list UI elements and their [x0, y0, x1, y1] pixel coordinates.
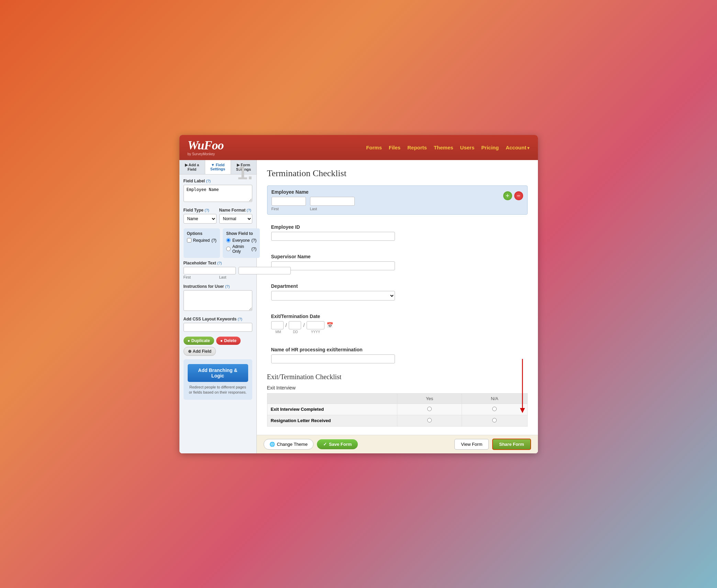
calendar-icon[interactable]: 📅: [327, 322, 333, 328]
content-area: ▶ Add a Field ▼ Field Settings ▶ Form Se…: [179, 160, 538, 453]
save-check-icon: ✓: [323, 442, 327, 447]
field-controls: + −: [503, 191, 523, 200]
form-preview: Termination Checklist Employee Name Firs…: [257, 160, 538, 435]
view-form-button[interactable]: View Form: [454, 439, 489, 450]
panel-content: 1. Field Label (?) Employee Name Field T…: [179, 174, 256, 453]
field-type-group: Field Type (?) NameTextEmailNumberDate: [184, 208, 217, 224]
right-panel: Termination Checklist Employee Name Firs…: [257, 160, 538, 453]
placeholder-last-input[interactable]: [239, 267, 291, 274]
field-label-help[interactable]: (?): [206, 179, 211, 183]
placeholder-help[interactable]: (?): [217, 261, 222, 265]
form-field-exit-date: Exit/Termination Date / / 📅 MM DD YYYY: [267, 310, 528, 337]
main-container: WuFoo by SurveyMonkey Forms Files Report…: [179, 135, 538, 453]
table-row: Exit Interview Completed: [267, 404, 527, 415]
placeholder-first-input[interactable]: [184, 267, 236, 274]
name-format-select[interactable]: NormalSimpleExtended: [219, 214, 252, 224]
add-icon: ⊕: [188, 349, 191, 354]
date-row: / / 📅: [271, 321, 523, 329]
placeholder-label: Placeholder Text (?): [184, 261, 252, 265]
required-help[interactable]: (?): [211, 238, 217, 243]
name-inputs: First Last: [272, 197, 503, 211]
exit-date-label: Exit/Termination Date: [271, 314, 523, 319]
instructions-group: Instructions for User (?): [184, 284, 252, 312]
date-labels: MM DD YYYY: [271, 330, 523, 334]
options-title: Options: [187, 231, 217, 236]
field-type-select[interactable]: NameTextEmailNumberDate: [184, 214, 217, 224]
field-label-heading: Field Label (?): [184, 179, 252, 183]
row-yes-radio-1[interactable]: [427, 418, 432, 422]
name-format-group: Name Format (?) NormalSimpleExtended: [219, 208, 252, 224]
header: WuFoo by SurveyMonkey Forms Files Report…: [179, 135, 538, 160]
form-field-supervisor-name: Supervisor Name: [267, 250, 528, 274]
branching-button[interactable]: Add Branching & Logic: [188, 364, 248, 382]
checklist-title: Exit/Termination Checklist: [267, 373, 528, 381]
save-form-button[interactable]: ✓ Save Form: [317, 439, 358, 449]
duplicate-button[interactable]: ● Duplicate: [184, 337, 214, 345]
nav-pricing[interactable]: Pricing: [481, 145, 499, 150]
left-panel: ▶ Add a Field ▼ Field Settings ▶ Form Se…: [179, 160, 257, 453]
checklist-subsection: Exit Interview: [267, 385, 528, 391]
checklist-col-label: [267, 393, 397, 404]
logo: WuFoo: [188, 139, 224, 151]
options-box: Options Required (?): [184, 228, 220, 258]
row-yes-1: [397, 415, 462, 426]
share-form-button[interactable]: Share Form: [492, 439, 531, 450]
nav-files[interactable]: Files: [389, 145, 400, 150]
required-checkbox[interactable]: [187, 238, 191, 242]
employee-id-input[interactable]: [271, 232, 395, 241]
field-label-input[interactable]: Employee Name: [184, 185, 252, 202]
remove-field-ctrl-button[interactable]: −: [514, 191, 523, 200]
row-yes-radio-0[interactable]: [427, 407, 432, 411]
bottom-bar: 🌐 Change Theme ✓ Save Form View Form Sha…: [257, 435, 538, 453]
first-name-input[interactable]: [272, 197, 306, 206]
everyone-help[interactable]: (?): [252, 238, 257, 243]
instructions-help[interactable]: (?): [225, 284, 230, 289]
add-field-button[interactable]: ⊕ Add Field: [184, 347, 216, 356]
last-name-input[interactable]: [310, 197, 355, 206]
checklist-col-na: N/A: [462, 393, 527, 404]
first-name-group: First: [272, 197, 306, 211]
nav-themes[interactable]: Themes: [434, 145, 453, 150]
css-layout-help[interactable]: (?): [238, 317, 242, 321]
row-na-radio-0[interactable]: [492, 407, 497, 411]
nav-account[interactable]: Account: [506, 145, 529, 150]
department-select[interactable]: [271, 291, 395, 301]
css-layout-label: Add CSS Layout Keywords (?): [184, 317, 252, 321]
plus-icon: ●: [188, 338, 190, 343]
nav-users[interactable]: Users: [460, 145, 475, 150]
field-type-help[interactable]: (?): [205, 208, 209, 212]
row-na-0: [462, 404, 527, 415]
row-na-radio-1[interactable]: [492, 418, 497, 422]
main-nav: Forms Files Reports Themes Users Pricing…: [366, 145, 529, 150]
hr-name-label: Name of HR processing exit/termination: [271, 347, 523, 352]
employee-id-label: Employee ID: [271, 224, 523, 230]
name-format-help[interactable]: (?): [247, 208, 251, 212]
date-yyyy-input[interactable]: [307, 321, 324, 329]
add-field-ctrl-button[interactable]: +: [503, 191, 512, 200]
action-buttons: ● Duplicate ● Delete ⊕ Add Field: [184, 337, 252, 356]
form-field-employee-name: Employee Name First Last: [267, 185, 528, 215]
css-layout-group: Add CSS Layout Keywords (?): [184, 317, 252, 332]
delete-button[interactable]: ● Delete: [216, 337, 241, 345]
admin-help[interactable]: (?): [252, 247, 257, 251]
form-field-department: Department: [267, 280, 528, 304]
everyone-radio[interactable]: [226, 238, 231, 242]
branching-box: Add Branching & Logic Redirect people to…: [184, 359, 252, 400]
employee-name-label: Employee Name: [272, 189, 503, 195]
tab-add-field[interactable]: ▶ Add a Field: [179, 160, 205, 174]
admin-only-row: Admin Only (?): [226, 244, 256, 254]
logo-area: WuFoo by SurveyMonkey: [188, 139, 224, 156]
nav-reports[interactable]: Reports: [407, 145, 427, 150]
admin-radio[interactable]: [226, 247, 231, 251]
date-mm-input[interactable]: [271, 321, 284, 329]
tab-field-settings[interactable]: ▼ Field Settings: [205, 160, 231, 174]
instructions-textarea[interactable]: [184, 290, 252, 311]
date-dd-input[interactable]: [289, 321, 301, 329]
hr-name-input[interactable]: [271, 354, 395, 363]
nav-forms[interactable]: Forms: [366, 145, 382, 150]
form-field-employee-id: Employee ID: [267, 221, 528, 244]
change-theme-button[interactable]: 🌐 Change Theme: [264, 439, 313, 450]
css-layout-input[interactable]: [184, 323, 252, 332]
everyone-row: Everyone (?): [226, 238, 256, 243]
tab-form-settings[interactable]: ▶ Form Settings: [231, 160, 256, 174]
